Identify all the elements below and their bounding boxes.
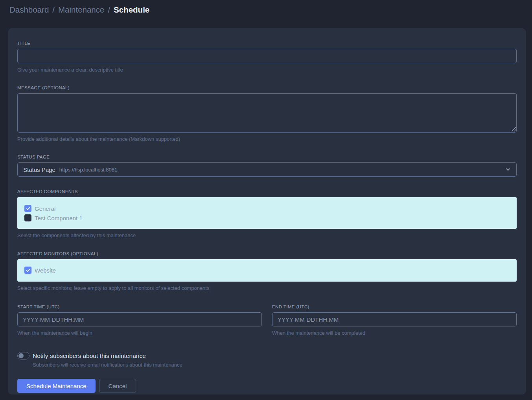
start-time-label: START TIME (UTC) <box>17 304 262 310</box>
notify-label: Notify subscribers about this maintenanc… <box>33 352 146 359</box>
monitor-option-website[interactable]: Website <box>24 267 510 274</box>
status-page-selected-name: Status Page <box>23 166 55 173</box>
top-bar: Dashboard / Maintenance / Schedule <box>0 0 532 20</box>
start-time-helper: When the maintenance will begin <box>17 330 262 336</box>
message-textarea[interactable] <box>17 93 517 133</box>
affected-components-helper: Select the components affected by this m… <box>17 232 517 239</box>
message-textarea-wrap <box>17 93 517 133</box>
form-actions: Schedule Maintenance Cancel <box>17 379 517 393</box>
message-label: MESSAGE (OPTIONAL) <box>17 85 517 90</box>
title-group: TITLE Give your maintenance a clear, des… <box>17 41 517 73</box>
breadcrumb-item-schedule: Schedule <box>114 5 149 15</box>
affected-monitors-helper: Select specific monitors; leave empty to… <box>17 285 517 291</box>
component-option-label: Test Component 1 <box>35 215 83 221</box>
end-time-group: END TIME (UTC) When the maintenance will… <box>272 304 517 336</box>
start-time-group: START TIME (UTC) When the maintenance wi… <box>17 304 262 336</box>
message-group: MESSAGE (OPTIONAL) Provide additional de… <box>17 85 517 142</box>
cancel-button[interactable]: Cancel <box>99 379 136 393</box>
notify-helper: Subscribers will receive email notificat… <box>33 362 517 368</box>
checkbox-unchecked-icon[interactable] <box>24 214 31 221</box>
start-time-input[interactable] <box>17 312 262 326</box>
schedule-maintenance-button[interactable]: Schedule Maintenance <box>17 379 96 393</box>
breadcrumb-item-maintenance[interactable]: Maintenance <box>58 5 104 15</box>
notify-group: Notify subscribers about this maintenanc… <box>17 352 517 368</box>
component-option-test-component-1[interactable]: Test Component 1 <box>24 214 510 221</box>
component-option-general[interactable]: General <box>24 205 510 212</box>
chevron-down-icon <box>505 167 511 172</box>
end-time-input[interactable] <box>272 312 517 326</box>
toggle-knob <box>18 353 24 358</box>
affected-monitors-listbox: Website <box>17 259 517 282</box>
affected-monitors-group: AFFECTED MONITORS (OPTIONAL) Website Sel… <box>17 251 517 291</box>
breadcrumb-item-dashboard[interactable]: Dashboard <box>9 5 49 15</box>
affected-monitors-label: AFFECTED MONITORS (OPTIONAL) <box>17 251 517 256</box>
breadcrumb-separator: / <box>108 5 110 15</box>
affected-components-listbox: General Test Component 1 <box>17 197 517 229</box>
end-time-helper: When the maintenance will be completed <box>272 330 517 336</box>
time-range-row: START TIME (UTC) When the maintenance wi… <box>17 304 517 336</box>
checkbox-checked-icon[interactable] <box>24 267 31 274</box>
notify-toggle[interactable] <box>17 352 29 359</box>
end-time-label: END TIME (UTC) <box>272 304 517 310</box>
status-page-group: STATUS PAGE Status Page https://hsp.loca… <box>17 154 517 177</box>
message-helper: Provide additional details about the mai… <box>17 136 517 142</box>
title-input[interactable] <box>17 49 517 63</box>
component-option-label: General <box>35 205 55 212</box>
breadcrumb: Dashboard / Maintenance / Schedule <box>9 5 149 15</box>
status-page-selected-url: https://hsp.localhost:8081 <box>59 167 117 173</box>
schedule-maintenance-form-card: TITLE Give your maintenance a clear, des… <box>8 28 526 394</box>
status-page-select[interactable]: Status Page https://hsp.localhost:8081 <box>17 162 517 177</box>
title-helper: Give your maintenance a clear, descripti… <box>17 67 517 73</box>
notify-toggle-row: Notify subscribers about this maintenanc… <box>17 352 517 359</box>
affected-components-label: AFFECTED COMPONENTS <box>17 189 517 194</box>
monitor-option-label: Website <box>35 267 56 274</box>
title-label: TITLE <box>17 41 517 46</box>
status-page-label: STATUS PAGE <box>17 154 517 160</box>
checkbox-checked-icon[interactable] <box>24 205 31 212</box>
affected-components-group: AFFECTED COMPONENTS General Test Compone… <box>17 189 517 239</box>
breadcrumb-separator: / <box>52 5 55 15</box>
